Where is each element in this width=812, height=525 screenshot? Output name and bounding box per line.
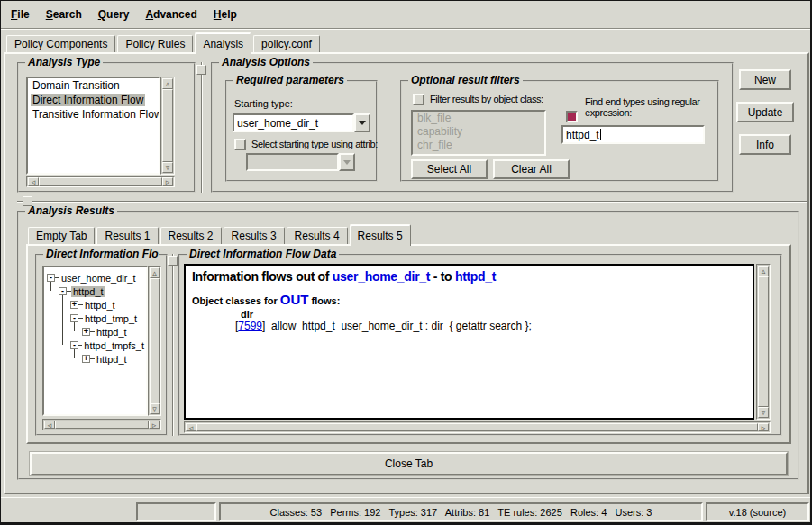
tree-node-label[interactable]: httpd_t: [83, 300, 117, 311]
scroll-right-icon[interactable]: ▹: [149, 421, 160, 429]
object-class-item: chr_file: [413, 139, 544, 152]
scroll-thumb[interactable]: [150, 278, 160, 403]
scroll-down-icon[interactable]: ▿: [150, 403, 160, 414]
menu-item-help[interactable]: Help: [212, 7, 239, 22]
tab-policy-components[interactable]: Policy Components: [6, 35, 115, 52]
tree-node-label[interactable]: httpd_t: [95, 327, 129, 338]
pane-sash-handle[interactable]: [168, 256, 178, 266]
analysis-type-vscrollbar[interactable]: ▵ ▿: [160, 77, 175, 175]
collapse-icon[interactable]: -: [70, 314, 78, 322]
tree-node-label[interactable]: httpd_t: [71, 286, 105, 297]
scroll-right-icon[interactable]: ▹: [758, 423, 769, 431]
tree-node-label[interactable]: httpd_tmp_t: [83, 313, 139, 324]
scroll-right-icon[interactable]: ▹: [162, 177, 173, 186]
scroll-up-icon[interactable]: ▵: [162, 78, 173, 89]
dropdown-arrow-icon: [343, 160, 351, 165]
attrib-combobox: [246, 153, 355, 171]
menu-item-advanced[interactable]: Advanced: [143, 7, 198, 22]
tab-policy-conf[interactable]: policy.conf: [253, 35, 320, 52]
tab-analysis[interactable]: Analysis: [195, 32, 251, 54]
panel-title-optional-filters: Optional result filters: [408, 74, 523, 86]
analysis-type-hscrollbar[interactable]: ◃ ▹: [26, 176, 175, 187]
starting-type-label: Starting type:: [234, 98, 293, 109]
tree-node[interactable]: +httpd_t: [44, 352, 146, 366]
flow-tree[interactable]: -user_home_dir_t-httpd_t+httpd_t-httpd_t…: [42, 266, 148, 416]
results-tab-results-5[interactable]: Results 5: [350, 224, 411, 246]
menu-item-file[interactable]: File: [9, 7, 32, 22]
menu-item-search[interactable]: Search: [44, 7, 84, 22]
flow-tree-hscrollbar[interactable]: ◃ ▹: [42, 419, 161, 430]
scroll-thumb[interactable]: [55, 421, 149, 429]
info-button[interactable]: Info: [739, 134, 791, 155]
tree-node[interactable]: -httpd_tmpfs_t: [44, 339, 146, 352]
scroll-thumb[interactable]: [196, 423, 758, 431]
analysis-type-item[interactable]: Domain Transition: [28, 78, 159, 93]
expand-icon[interactable]: +: [82, 355, 90, 363]
results-tab-empty-tab[interactable]: Empty Tab: [28, 227, 95, 244]
tree-node[interactable]: -httpd_t: [44, 285, 146, 298]
object-class-listbox: blk_filecapabilitychr_file: [411, 110, 546, 156]
regex-input-value: httpd_t: [566, 129, 599, 141]
regex-input[interactable]: httpd_t: [561, 125, 705, 144]
close-tab-button[interactable]: Close Tab: [30, 452, 788, 475]
panel-title-analysis-options: Analysis Options: [219, 56, 313, 68]
filter-by-object-class-checkbox[interactable]: [413, 94, 424, 105]
object-class-text: dir: [241, 309, 746, 320]
scroll-thumb[interactable]: [162, 89, 173, 162]
menu-bar: FileSearchQueryAdvancedHelp: [1, 1, 810, 29]
analysis-type-item[interactable]: Direct Information Flow: [28, 93, 159, 107]
results-tab-results-1[interactable]: Results 1: [96, 227, 158, 244]
tree-node[interactable]: +httpd_t: [44, 298, 146, 312]
attrib-checkbox[interactable]: [234, 139, 246, 150]
expand-icon[interactable]: +: [82, 328, 90, 336]
dropdown-button-disabled: [339, 153, 355, 171]
rule-number-link[interactable]: 7599: [238, 320, 262, 332]
tree-node[interactable]: +httpd_t: [44, 325, 146, 339]
scroll-up-icon[interactable]: ▵: [758, 266, 769, 276]
panel-title-analysis-results: Analysis Results: [25, 204, 117, 217]
flow-data-textarea[interactable]: Information flows out of user_home_dir_t…: [184, 264, 754, 420]
policy-stats: Classes: 53 Perms: 192 Types: 317 Attrib…: [219, 502, 703, 521]
new-button[interactable]: New: [739, 69, 791, 90]
scroll-left-icon[interactable]: ◃: [28, 177, 39, 186]
tree-node-label[interactable]: httpd_tmpfs_t: [82, 340, 146, 351]
scroll-thumb[interactable]: [758, 276, 769, 407]
pane-sash-handle[interactable]: [23, 196, 32, 206]
pane-sash-handle[interactable]: [196, 65, 206, 75]
collapse-icon[interactable]: -: [47, 274, 55, 282]
scroll-left-icon[interactable]: ◃: [186, 423, 196, 431]
scroll-up-icon[interactable]: ▵: [150, 267, 160, 278]
analysis-type-item[interactable]: Transitive Information Flow: [28, 107, 159, 122]
dropdown-arrow-icon: [359, 121, 366, 125]
starting-type-value[interactable]: user_home_dir_t: [233, 113, 354, 132]
scroll-left-icon[interactable]: ◃: [44, 421, 55, 429]
flow-data-vscrollbar[interactable]: ▵ ▿: [756, 264, 771, 420]
tab-policy-rules[interactable]: Policy Rules: [117, 35, 193, 52]
results-tab-results-3[interactable]: Results 3: [224, 227, 285, 244]
results-tab-results-2[interactable]: Results 2: [160, 227, 222, 244]
flow-data-heading: Information flows out of user_home_dir_t…: [192, 269, 746, 284]
tree-node[interactable]: -httpd_tmp_t: [44, 312, 146, 325]
starting-type-combobox[interactable]: user_home_dir_t: [233, 113, 370, 132]
collapse-icon[interactable]: -: [59, 287, 67, 295]
attrib-checkbox-label: Select starting type using attrib:: [251, 139, 378, 149]
select-all-button[interactable]: Select All: [411, 159, 488, 179]
tree-node-label[interactable]: user_home_dir_t: [59, 273, 138, 284]
flow-tree-vscrollbar[interactable]: ▵ ▿: [148, 266, 161, 416]
main-tab-bar: Policy ComponentsPolicy RulesAnalysispol…: [6, 32, 322, 54]
find-end-types-regex-checkbox[interactable]: [566, 111, 578, 122]
expand-icon[interactable]: +: [70, 301, 78, 309]
update-button[interactable]: Update: [736, 102, 794, 122]
results-tab-results-4[interactable]: Results 4: [287, 227, 348, 244]
scroll-down-icon[interactable]: ▿: [758, 407, 769, 418]
collapse-icon[interactable]: -: [70, 341, 78, 349]
clear-all-button[interactable]: Clear All: [493, 159, 570, 179]
menu-item-query[interactable]: Query: [96, 7, 132, 22]
flow-data-hscrollbar[interactable]: ◃ ▹: [184, 421, 771, 433]
analysis-type-listbox[interactable]: Domain TransitionDirect Information Flow…: [26, 77, 160, 175]
scroll-down-icon[interactable]: ▿: [162, 162, 173, 173]
dropdown-button[interactable]: [354, 113, 370, 132]
tree-node-label[interactable]: httpd_t: [95, 354, 129, 365]
scroll-thumb[interactable]: [39, 177, 162, 186]
tree-node[interactable]: -user_home_dir_t: [44, 271, 146, 285]
